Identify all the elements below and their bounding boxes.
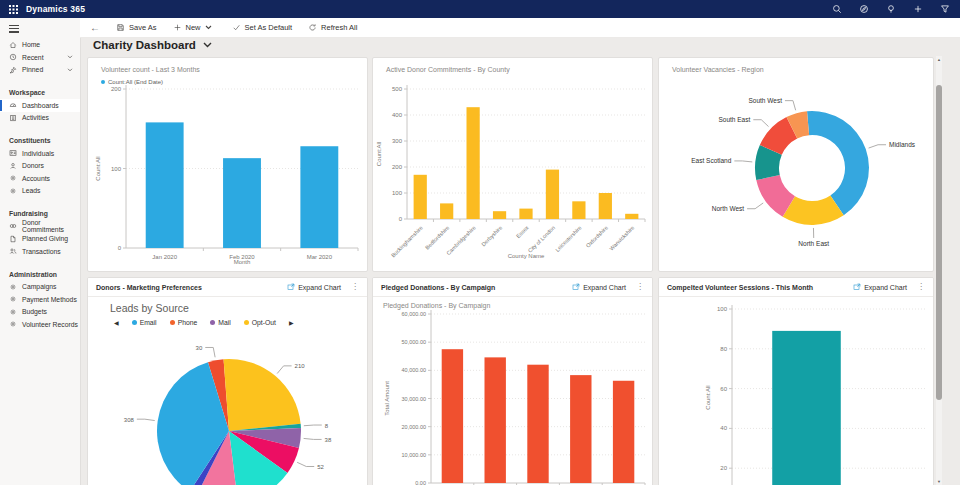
chart-volunteer-vacancies-donut: MidlandsNorth EastNorth WestEast Scotlan…	[659, 58, 933, 271]
bar-3[interactable]	[570, 375, 591, 483]
sidebar-item-label: Leads	[22, 187, 41, 194]
sidebar-item-label: Activities	[22, 114, 49, 121]
scroll-down-icon[interactable]: ▼	[936, 479, 942, 484]
plus-icon	[173, 23, 182, 32]
bar-leicestershire[interactable]	[572, 201, 585, 219]
person-icon	[9, 162, 17, 170]
sidebar-item-label: Dashboards	[22, 102, 59, 109]
sidebar-item-label: Payment Methods	[22, 296, 77, 303]
bar-essex[interactable]	[519, 209, 532, 219]
svg-text:0: 0	[118, 245, 122, 251]
top-navigation-bar: Dynamics 365	[0, 0, 960, 18]
svg-text:Total Amount: Total Amount	[384, 381, 390, 416]
hamburger-menu-icon[interactable]	[9, 25, 19, 33]
sidebar-item-home[interactable]: Home	[0, 39, 80, 52]
expand-chart-button[interactable]: Expand Chart	[853, 283, 907, 291]
more-options-icon[interactable]: ⋮	[636, 283, 644, 291]
expand-chart-icon	[853, 283, 861, 291]
sidebar-item-label: Pinned	[22, 66, 43, 73]
svg-text:300: 300	[392, 138, 403, 144]
sidebar-item-budgets[interactable]: Budgets	[0, 306, 80, 319]
scrollbar[interactable]: ▲ ▼	[936, 56, 942, 485]
bar-jan-2020[interactable]	[146, 122, 184, 248]
compass-icon[interactable]	[859, 4, 869, 14]
sidebar-item-label: Donor Commitments	[22, 219, 80, 233]
panel-volunteer-vacancies: Volunteer Vacancies - Region MidlandsNor…	[658, 57, 934, 272]
sidebar-item-campaigns[interactable]: Campaigns	[0, 281, 80, 294]
expand-chart-icon	[572, 283, 580, 291]
svg-text:Month: Month	[234, 259, 251, 265]
bar-buckinghamshire[interactable]	[414, 175, 427, 219]
filter-icon[interactable]	[940, 4, 950, 14]
new-button[interactable]: New	[173, 23, 216, 32]
plus-icon[interactable]	[913, 4, 923, 14]
svg-text:400: 400	[392, 112, 403, 118]
page-title: Charity Dashboard	[93, 39, 196, 51]
donut-slice-midlands[interactable]	[807, 111, 869, 215]
sidebar-item-accounts[interactable]: Accounts	[0, 172, 80, 185]
sidebar-item-label: Volunteer Records	[22, 321, 78, 328]
pie-slice-210[interactable]	[224, 359, 301, 431]
gear-icon	[9, 320, 17, 328]
lightbulb-icon[interactable]	[886, 4, 896, 14]
sidebar-item-label: Budgets	[22, 308, 47, 315]
panel-header: Compelted Volunteer Sessions - This Mont…	[659, 278, 933, 297]
svg-text:52: 52	[317, 464, 324, 470]
bar-0[interactable]	[772, 331, 841, 485]
sidebar-item-planned-giving[interactable]: Planned Giving	[0, 233, 80, 246]
bar-bedfordshire[interactable]	[440, 203, 453, 219]
back-button[interactable]: ←	[90, 22, 100, 33]
bar-mar-2020[interactable]	[300, 146, 338, 248]
bar-0[interactable]	[442, 349, 463, 483]
panel-pledged-donations: Pledged Donations - By Campaign Expand C…	[372, 277, 653, 485]
sidebar-item-donor-commitments[interactable]: Donor Commitments	[0, 220, 80, 233]
command-label: Refresh All	[321, 23, 357, 32]
expand-chart-button[interactable]: Expand Chart	[287, 283, 341, 291]
waffle-icon[interactable]	[9, 5, 18, 14]
sidebar-item-individuals[interactable]: Individuals	[0, 147, 80, 160]
bar-feb-2020[interactable]	[223, 158, 261, 248]
panel-active-donor-commitments: Active Donor Commitments - By County 010…	[372, 57, 653, 272]
bar-derbyshire[interactable]	[493, 211, 506, 219]
scrollbar-thumb[interactable]	[936, 85, 942, 400]
search-icon[interactable]	[832, 4, 842, 14]
panel-header-title: Pledged Donations - By Campaign	[381, 284, 572, 291]
svg-text:Essex: Essex	[515, 224, 530, 239]
sidebar-item-volunteer-records[interactable]: Volunteer Records	[0, 318, 80, 331]
svg-text:30,000.00: 30,000.00	[402, 396, 426, 402]
sidebar-item-leads[interactable]: Leads	[0, 185, 80, 198]
svg-text:38: 38	[325, 437, 332, 443]
bar-1[interactable]	[485, 357, 506, 483]
svg-text:80: 80	[720, 346, 727, 352]
sidebar-item-pinned[interactable]: Pinned	[0, 64, 80, 77]
chevron-down-icon[interactable]	[203, 42, 212, 48]
sidebar-item-payment-methods[interactable]: Payment Methods	[0, 293, 80, 306]
save-as-button[interactable]: Save As	[116, 23, 157, 32]
sidebar-item-dashboards[interactable]: Dashboards	[0, 99, 80, 112]
svg-text:100: 100	[392, 190, 403, 196]
refresh-all-button[interactable]: Refresh All	[308, 23, 357, 32]
sidebar-item-recent[interactable]: Recent	[0, 51, 80, 64]
svg-text:308: 308	[124, 417, 135, 423]
scroll-up-icon[interactable]: ▲	[936, 57, 942, 62]
bar-city-of-london[interactable]	[546, 170, 559, 219]
save-icon	[116, 23, 125, 32]
more-options-icon[interactable]: ⋮	[351, 283, 359, 291]
bar-cambridgeshire[interactable]	[467, 107, 480, 219]
expand-chart-button[interactable]: Expand Chart	[572, 283, 626, 291]
chevron-down-icon	[67, 55, 73, 59]
dashboard-title-row[interactable]: Charity Dashboard	[93, 39, 212, 51]
set-as-default-button[interactable]: Set As Default	[232, 23, 293, 32]
sidebar-item-activities[interactable]: Activities	[0, 112, 80, 125]
panel-completed-volunteer-sessions: Compelted Volunteer Sessions - This Mont…	[658, 277, 934, 485]
svg-text:210: 210	[295, 363, 306, 369]
sidebar-item-transactions[interactable]: Transactions	[0, 245, 80, 258]
bar-2[interactable]	[527, 365, 548, 483]
bar-warwickshire[interactable]	[625, 214, 638, 219]
more-options-icon[interactable]: ⋮	[917, 283, 925, 291]
svg-text:Warwickshire: Warwickshire	[608, 224, 635, 251]
sidebar-item-donors[interactable]: Donors	[0, 160, 80, 173]
svg-text:Midlands: Midlands	[889, 141, 916, 148]
bar-4[interactable]	[613, 381, 634, 483]
bar-oxfordshire[interactable]	[599, 193, 612, 219]
